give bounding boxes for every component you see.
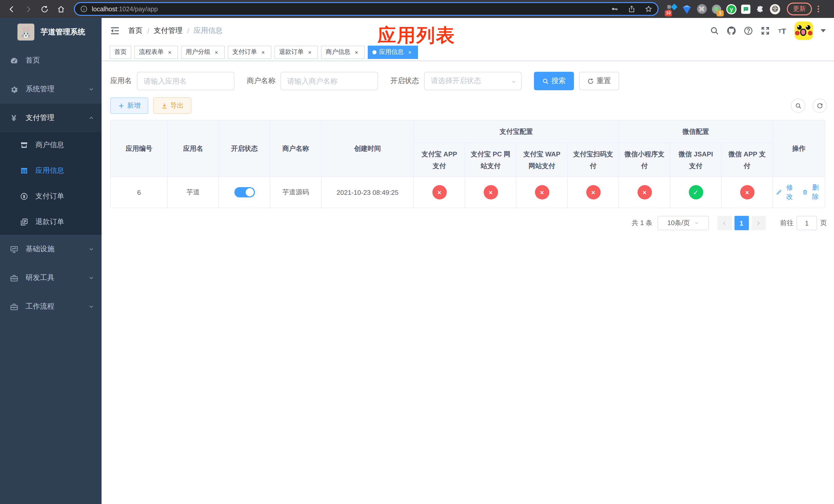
bookmark-star-icon[interactable] [645, 5, 653, 13]
app-logo-row[interactable]: 🐰 芋道管理系统 [0, 18, 102, 46]
annotation-app-list: 应用列表 [377, 23, 456, 48]
toggle-search-button[interactable] [791, 98, 805, 113]
goto-page-input[interactable] [796, 216, 817, 230]
col-header-app-id: 应用编号 [111, 120, 168, 177]
extension-gem-icon[interactable] [682, 4, 692, 14]
extension-camera-icon[interactable]: 1 [711, 4, 722, 14]
edit-link[interactable]: 修改 [776, 183, 796, 202]
search-button[interactable]: 搜索 [534, 72, 574, 90]
sidebar-item-refund-orders[interactable]: 退款订单 [0, 209, 102, 235]
close-icon[interactable]: × [260, 48, 267, 55]
browser-back-icon[interactable] [5, 2, 19, 16]
tag-refund-orders[interactable]: 退款订单× [275, 45, 318, 59]
sidebar-item-label: 支付管理 [26, 113, 81, 122]
next-page-button[interactable] [751, 216, 766, 230]
sidebar-item-home[interactable]: 首页 [0, 46, 102, 75]
url-text: localhost:1024/pay/app [92, 5, 602, 13]
tag-home[interactable]: 首页 [110, 45, 131, 59]
disabled-cross-icon: × [637, 185, 652, 200]
delete-link[interactable]: 删除 [802, 183, 822, 202]
monitor-chart-icon [9, 245, 19, 254]
cell-status [219, 177, 270, 208]
page-size-select[interactable]: 10条/页 [658, 216, 709, 230]
merchant-name-input[interactable] [281, 72, 378, 90]
close-icon[interactable]: × [166, 48, 173, 55]
breadcrumb-current: 应用信息 [194, 26, 223, 36]
toolbox-icon [9, 302, 19, 311]
browser-home-icon[interactable] [54, 2, 68, 16]
browser-forward-icon[interactable] [22, 2, 35, 16]
status-toggle[interactable] [234, 187, 255, 198]
prev-page-button[interactable] [717, 216, 732, 230]
extension-blue-diamond-icon[interactable]: 10 [667, 4, 677, 14]
filter-form: 应用名 商户名称 开启状态 请选择开启状态 搜索 重置 [110, 72, 826, 90]
search-icon[interactable] [710, 26, 719, 36]
share-icon[interactable] [628, 5, 636, 13]
page-number-button[interactable]: 1 [734, 216, 749, 230]
refresh-table-button[interactable] [812, 98, 827, 113]
close-icon[interactable]: × [353, 48, 360, 55]
github-icon[interactable] [727, 26, 736, 36]
sidebar-item-dev-tools[interactable]: 研发工具 [0, 264, 102, 292]
tag-process-form[interactable]: 流程表单× [134, 45, 178, 59]
browser-reload-icon[interactable] [38, 2, 51, 16]
font-size-icon[interactable]: TT [777, 26, 787, 36]
sidebar-item-infrastructure[interactable]: 基础设施 [0, 235, 102, 264]
add-button[interactable]: 新增 [110, 97, 148, 114]
sidebar-item-label: 应用信息 [36, 166, 64, 175]
fullscreen-icon[interactable] [761, 26, 770, 36]
sidebar-item-label: 工作流程 [26, 302, 81, 311]
sidebar-item-app-info[interactable]: 应用信息 [0, 158, 102, 184]
help-icon[interactable] [744, 26, 753, 36]
close-icon[interactable]: × [306, 48, 313, 55]
sidebar-item-label: 商户信息 [36, 140, 64, 150]
extension-area: 10 ⌘ 1 y 😄 更新 [667, 3, 819, 15]
sidebar-item-system[interactable]: 系统管理 [0, 75, 102, 104]
export-button[interactable]: 导出 [153, 97, 191, 114]
breadcrumb-payment[interactable]: 支付管理 [154, 26, 182, 36]
sidebar-item-workflow[interactable]: 工作流程 [0, 292, 102, 321]
delete-link-label: 删除 [809, 183, 822, 202]
sidebar-item-pay-orders[interactable]: 支付订单 [0, 184, 102, 209]
close-icon[interactable]: × [406, 48, 413, 55]
tag-user-group[interactable]: 用户分组× [181, 45, 225, 59]
sidebar-item-label: 研发工具 [26, 273, 81, 282]
sidebar-item-payment[interactable]: ¥ 支付管理 [0, 104, 102, 132]
tag-label: 应用信息 [379, 48, 404, 56]
dashboard-icon [9, 56, 19, 65]
app-title: 芋道管理系统 [41, 27, 85, 37]
extensions-puzzle-icon[interactable] [755, 4, 765, 14]
col-header-created: 创建时间 [321, 120, 414, 177]
reset-button[interactable]: 重置 [579, 72, 619, 90]
tag-pay-orders[interactable]: 支付订单× [228, 45, 271, 59]
sidebar-collapse-icon[interactable] [110, 26, 120, 36]
sidebar-item-merchant-info[interactable]: 商户信息 [0, 132, 102, 158]
avatar-caret-icon[interactable] [821, 29, 826, 32]
tag-merchant-info[interactable]: 商户信息× [321, 45, 365, 59]
browser-profile-avatar[interactable]: 😄 [770, 4, 780, 14]
chevron-up-icon [88, 115, 94, 121]
password-key-icon[interactable] [611, 5, 619, 13]
cell-app-id: 6 [111, 177, 168, 208]
col-header-alipay-qr: 支付宝扫码支付 [568, 143, 619, 177]
sidebar: 🐰 芋道管理系统 首页 系统管理 ¥ 支付管理 [0, 18, 102, 504]
disabled-cross-icon: × [432, 185, 446, 200]
disabled-cross-icon: × [740, 185, 754, 200]
extension-chat-icon[interactable] [741, 4, 750, 14]
reset-button-label: 重置 [596, 76, 611, 86]
search-button-label: 搜索 [551, 76, 566, 86]
chevron-down-icon [694, 221, 699, 226]
app-name-input[interactable] [137, 72, 235, 90]
site-info-icon[interactable] [80, 5, 88, 13]
extension-command-icon[interactable]: ⌘ [697, 4, 707, 14]
breadcrumb-separator: / [187, 27, 189, 35]
user-avatar[interactable] [794, 22, 813, 40]
yen-icon: ¥ [9, 113, 19, 122]
address-bar[interactable]: localhost:1024/pay/app [74, 2, 659, 16]
browser-menu-icon[interactable] [818, 6, 819, 12]
extension-yudao-icon[interactable]: y [726, 4, 737, 14]
browser-update-button[interactable]: 更新 [787, 3, 812, 15]
close-icon[interactable]: × [213, 48, 220, 55]
status-select[interactable]: 请选择开启状态 [424, 72, 522, 90]
breadcrumb-home[interactable]: 首页 [128, 26, 142, 36]
